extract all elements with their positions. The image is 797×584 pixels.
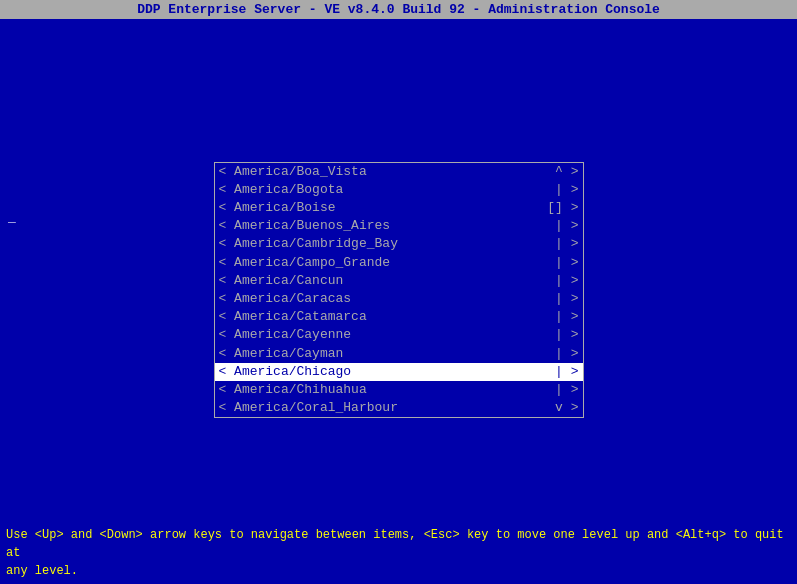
- list-item[interactable]: < America/Cayenne| >: [215, 326, 583, 344]
- list-item[interactable]: < America/Campo_Grande| >: [215, 254, 583, 272]
- title-bar: DDP Enterprise Server - VE v8.4.0 Build …: [0, 0, 797, 19]
- status-line-2: any level.: [6, 562, 791, 580]
- list-item[interactable]: < America/Chicago| >: [215, 363, 583, 381]
- list-item[interactable]: < America/Coral_Harbourv >: [215, 399, 583, 417]
- list-item[interactable]: < America/Buenos_Aires| >: [215, 217, 583, 235]
- list-item[interactable]: < America/Cancun| >: [215, 272, 583, 290]
- list-item[interactable]: < America/Cayman| >: [215, 345, 583, 363]
- list-item[interactable]: < America/Boise[] >: [215, 199, 583, 217]
- list-item[interactable]: < America/Caracas| >: [215, 290, 583, 308]
- list-item[interactable]: < America/Chihuahua| >: [215, 381, 583, 399]
- list-item[interactable]: < America/Cambridge_Bay| >: [215, 235, 583, 253]
- list-item[interactable]: < America/Boa_Vista^ >: [215, 163, 583, 181]
- cursor-indicator: _: [8, 210, 16, 225]
- status-line-1: Use <Up> and <Down> arrow keys to naviga…: [6, 526, 791, 562]
- status-bar: Use <Up> and <Down> arrow keys to naviga…: [0, 522, 797, 584]
- main-container: < America/Boa_Vista^ >< America/Bogota| …: [0, 29, 797, 551]
- timezone-list[interactable]: < America/Boa_Vista^ >< America/Bogota| …: [214, 162, 584, 419]
- list-item[interactable]: < America/Bogota| >: [215, 181, 583, 199]
- list-item[interactable]: < America/Catamarca| >: [215, 308, 583, 326]
- window-title: DDP Enterprise Server - VE v8.4.0 Build …: [137, 2, 660, 17]
